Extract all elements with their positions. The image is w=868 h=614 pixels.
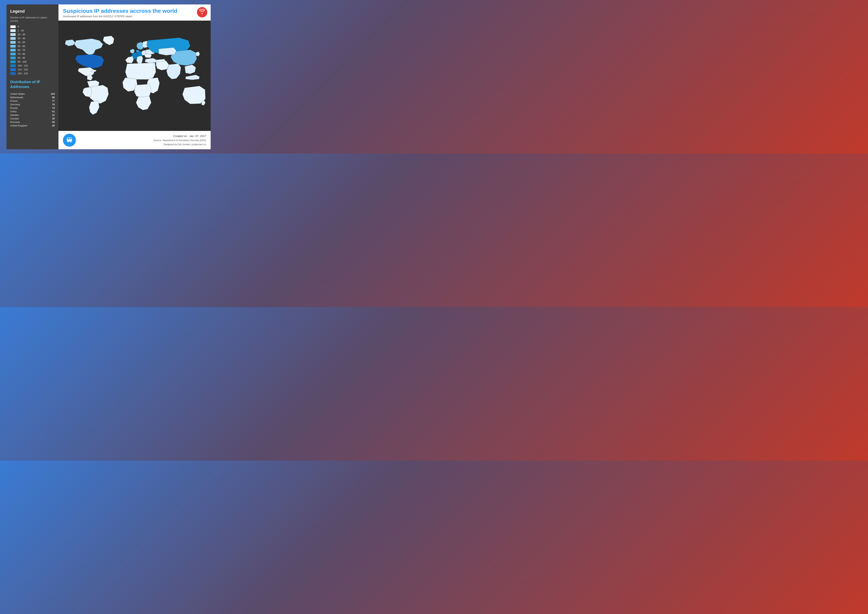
svg-rect-3 xyxy=(70,138,71,139)
country-name: Sweden xyxy=(10,113,52,117)
bus-icon xyxy=(66,136,73,145)
legend-item: 1 - 20 xyxy=(10,29,55,32)
header-title: Suspicious IP addresses accross the worl… xyxy=(63,8,206,14)
country-count: 26 xyxy=(52,124,55,127)
header-subtitle: Geolocated IP addresses from the GRIZZLY… xyxy=(63,15,206,18)
distribution-row: United Kingdom 26 xyxy=(10,124,55,127)
legend-label: 90 - 100 xyxy=(18,61,26,63)
legend-label: 120 - 124 xyxy=(18,72,28,75)
legend-item: 60 - 70 xyxy=(10,49,55,51)
svg-rect-4 xyxy=(67,140,72,141)
legend-item: 110 - 120 xyxy=(10,68,55,71)
legend-item: 80 - 90 xyxy=(10,56,55,59)
legend-item: 40 - 50 xyxy=(10,41,55,44)
country-count: 35 xyxy=(52,121,55,123)
distribution-row: Germany 76 xyxy=(10,103,55,106)
svg-point-6 xyxy=(70,141,71,142)
legend-item: 90 - 100 xyxy=(10,61,55,63)
distribution-row: Netherlands 86 xyxy=(10,96,55,99)
wifi-icon xyxy=(199,9,205,16)
distribution-table: United States 124 Netherlands 86 France … xyxy=(10,92,55,127)
legend-color-swatch xyxy=(10,33,16,36)
legend-label: 20 - 30 xyxy=(18,33,25,36)
country-name: Germany xyxy=(10,103,52,106)
distribution-row: China 41 xyxy=(10,110,55,113)
legend-color-swatch xyxy=(10,49,16,51)
legend-color-swatch xyxy=(10,37,16,40)
legend-item: 70 - 80 xyxy=(10,53,55,56)
svg-point-5 xyxy=(68,141,69,142)
country-name: Romania xyxy=(10,121,52,123)
country-count: 41 xyxy=(52,113,55,117)
sidebar: Legend Number of IP addresses in a given… xyxy=(6,5,59,149)
legend-item: 120 - 124 xyxy=(10,72,55,75)
legend-item: 30 - 40 xyxy=(10,37,55,40)
header-section: Suspicious IP addresses accross the worl… xyxy=(59,5,211,20)
legend-color-swatch xyxy=(10,72,16,75)
legend-label: 110 - 120 xyxy=(18,68,28,71)
country-count: 76 xyxy=(52,103,55,106)
legend-color-swatch xyxy=(10,29,16,32)
legend-subtitle: Number of IP addresses in a given countr… xyxy=(10,16,55,23)
legend-label: 40 - 50 xyxy=(18,41,25,44)
legend-label: 70 - 80 xyxy=(18,53,25,55)
country-name: Netherlands xyxy=(10,96,52,99)
bus-icon-container xyxy=(63,134,76,147)
legend-item: 50 - 60 xyxy=(10,45,55,48)
legend-color-swatch xyxy=(10,53,16,56)
legend-label: 1 - 20 xyxy=(18,29,24,32)
distribution-row: Sweden 41 xyxy=(10,113,55,117)
legend-items: 0 1 - 20 20 - 30 30 - 40 40 - 50 50 - 60… xyxy=(10,25,55,75)
svg-rect-2 xyxy=(67,138,69,139)
right-panel: Suspicious IP addresses accross the worl… xyxy=(59,5,211,149)
footer-date: Created on : Jan. 07, 2017 xyxy=(153,134,206,138)
legend-label: 0 xyxy=(18,25,19,28)
country-count: 41 xyxy=(52,110,55,113)
country-count: 86 xyxy=(52,96,55,99)
footer-section: Created on : Jan. 07, 2017 Source: Depar… xyxy=(59,131,211,149)
legend-color-swatch xyxy=(10,68,16,71)
country-count: 124 xyxy=(51,92,55,95)
distribution-title: Distribution of IP Addresses xyxy=(10,79,55,89)
legend-color-swatch xyxy=(10,56,16,59)
footer-text: Created on : Jan. 07, 2017 Source: Depar… xyxy=(153,134,206,147)
distribution-row: United States 124 xyxy=(10,92,55,96)
country-name: Russia xyxy=(10,107,52,109)
country-name: United States xyxy=(10,92,51,95)
legend-label: 80 - 90 xyxy=(18,56,25,59)
legend-label: 50 - 60 xyxy=(18,45,25,48)
distribution-row: Canada 35 xyxy=(10,117,55,120)
legend-label: 30 - 40 xyxy=(18,37,25,40)
country-count: 77 xyxy=(52,99,55,102)
country-name: United Kingdom xyxy=(10,124,52,127)
main-container: Legend Number of IP addresses in a given… xyxy=(6,5,211,149)
legend-color-swatch xyxy=(10,45,16,48)
wifi-icon-container xyxy=(197,7,207,17)
map-section xyxy=(59,20,211,131)
country-count: 35 xyxy=(52,117,55,120)
legend-item: 0 xyxy=(10,25,55,28)
country-name: China xyxy=(10,110,52,113)
legend-item: 100 - 110 xyxy=(10,64,55,67)
legend-label: 100 - 110 xyxy=(18,64,28,67)
legend-color-swatch xyxy=(10,61,16,63)
distribution-row: Russia 74 xyxy=(10,106,55,110)
legend-color-swatch xyxy=(10,41,16,44)
legend-item: 20 - 30 xyxy=(10,33,55,36)
country-name: Canada xyxy=(10,117,52,120)
distribution-row: Romania 35 xyxy=(10,120,55,124)
world-map xyxy=(59,20,211,131)
country-name: France xyxy=(10,99,52,102)
footer-source-line2: Designed by Erik Jensen | justjensen.co xyxy=(153,142,206,146)
legend-label: 60 - 70 xyxy=(18,49,25,51)
distribution-row: France 77 xyxy=(10,99,55,103)
legend-color-swatch xyxy=(10,64,16,67)
legend-title: Legend xyxy=(10,9,55,14)
legend-color-swatch xyxy=(10,25,16,28)
country-count: 74 xyxy=(52,107,55,109)
footer-source-line1: Source: Department of Homeland Security … xyxy=(153,138,206,142)
